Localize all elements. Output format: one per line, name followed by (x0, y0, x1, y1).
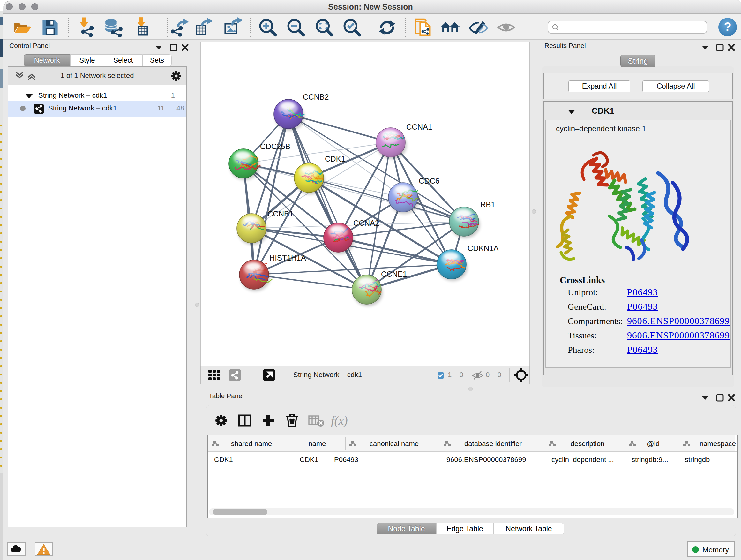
svg-text:CDKN1A: CDKN1A (468, 244, 498, 253)
svg-text:CDC6: CDC6 (419, 177, 440, 185)
svg-text:CCNA2: CCNA2 (353, 219, 379, 227)
svg-text:CDK1: CDK1 (325, 154, 345, 163)
svg-text:CCNE1: CCNE1 (381, 270, 407, 278)
svg-text:RB1: RB1 (480, 200, 495, 209)
svg-text:CCNA1: CCNA1 (406, 123, 432, 131)
svg-text:CCNB1: CCNB1 (267, 209, 293, 218)
svg-text:CCNB2: CCNB2 (303, 92, 329, 101)
svg-text:CDC25B: CDC25B (260, 142, 290, 151)
svg-text:HIST1H1A: HIST1H1A (269, 253, 306, 262)
